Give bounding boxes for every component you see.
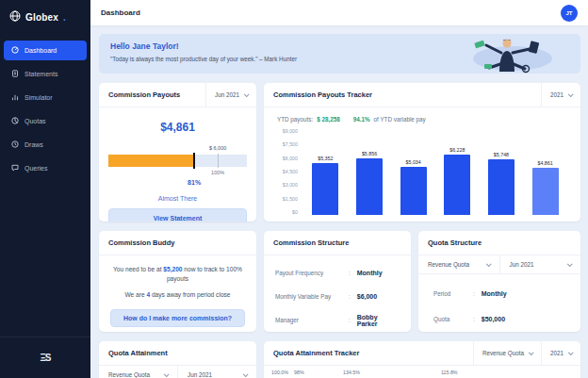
bar [400, 167, 427, 215]
payouts-bar-chart: $9,000$7,500$6,000$4,500$3,000$1,500$0 $… [264, 124, 580, 222]
commission-structure-card: Commission Structure Payout Frequency:Mo… [264, 231, 411, 332]
bar [444, 155, 470, 215]
chevron-down-icon [244, 91, 250, 97]
structure-row: Period:Monthly [433, 281, 565, 306]
sidebar-item-simulator[interactable]: Simulator [4, 88, 87, 107]
ytd-summary: YTD payouts: $ 28,258 94.1% of YTD varia… [264, 107, 580, 124]
period-dropdown[interactable]: Jun 2021 [178, 366, 256, 378]
chevron-down-icon [485, 261, 491, 267]
sidebar: Globex. Dashboard Statements Simulator Q… [0, 0, 90, 378]
card-title: Quota Attainment Tracker [264, 341, 368, 365]
year-dropdown[interactable]: 2021 [541, 83, 580, 107]
y-tick-label: $6,000 [283, 156, 298, 161]
x-tick-label: Jun [541, 215, 549, 222]
quota-type-dropdown[interactable]: Revenue Quota [99, 366, 178, 378]
commission-payouts-card: Commission Payouts Jun 2021 $4,861 $ 6,0… [99, 83, 256, 222]
y-tick-label: $7,500 [283, 141, 298, 147]
banner-illustration [464, 36, 554, 74]
sidebar-item-quotas[interactable]: Quotas [4, 111, 87, 131]
sidebar-item-statements[interactable]: Statements [4, 64, 87, 84]
bar [488, 159, 514, 215]
sidebar-item-label: Queries [24, 165, 48, 172]
ytd-value: $ 28,258 [317, 116, 340, 123]
clipped-percent-label: 98% [294, 370, 304, 375]
target-tick [218, 154, 219, 168]
ytd-pct: 94.1% [353, 116, 370, 123]
quota-type-dropdown[interactable]: Revenue Quota [418, 255, 500, 273]
bar-group: $5,352Jan [305, 128, 345, 222]
chevron-down-icon [568, 91, 574, 97]
gauge-icon [11, 46, 19, 55]
quota-attainment-card: Quota Attainment Revenue Quota Jun 2021 [99, 341, 256, 378]
target-amount: $5,200 [163, 266, 182, 272]
bar-group: $5,034Mar [394, 128, 433, 222]
chevron-down-icon [529, 350, 534, 355]
x-tick-label: May [497, 215, 506, 222]
quota-type-dropdown[interactable]: Revenue Quota [473, 341, 541, 365]
globe-icon [9, 8, 21, 25]
buddy-line2: We are 4 days away from period close [110, 290, 245, 300]
sidebar-item-draws[interactable]: Draws [4, 135, 87, 155]
chart-plot-area: $5,352Jan$5,856Feb$5,034Mar$6,228Apr$5,7… [303, 128, 567, 222]
chevron-down-icon [243, 371, 249, 377]
year-dropdown[interactable]: 2021 [541, 341, 580, 365]
app-logo: Globex. [0, 0, 90, 33]
y-tick-label: $4,500 [283, 169, 298, 174]
ytd-suffix: of YTD variable pay [374, 116, 426, 123]
sidebar-item-dashboard[interactable]: Dashboard [4, 41, 87, 60]
y-tick-label: $3,000 [283, 182, 298, 188]
x-tick-label: Apr [453, 215, 461, 222]
structure-row: Payout Frequency:Monthly [275, 261, 400, 285]
bar-value-label: $5,034 [406, 159, 421, 165]
attained-pct-label: 81% [188, 179, 201, 186]
bar-value-label: $5,748 [494, 152, 509, 157]
card-title: Commission Buddy [99, 231, 184, 255]
sidebar-item-label: Draws [24, 141, 43, 148]
clipped-percent-label: 134.5% [343, 370, 360, 375]
chevron-down-icon [567, 261, 573, 267]
structure-row: Monthly Variable Pay:$6,000 [275, 285, 400, 308]
chevron-down-icon [164, 371, 170, 377]
payout-progress: $ 6,000 100% 81% [108, 143, 247, 187]
avatar[interactable]: JT [561, 5, 578, 22]
y-tick-label: $0 [292, 209, 298, 215]
x-tick-label: Feb [365, 215, 373, 222]
period-dropdown[interactable]: Jun 2021 [500, 255, 581, 273]
y-tick-label: $9,000 [283, 128, 298, 134]
sidebar-item-label: Dashboard [24, 47, 57, 54]
sidebar-item-label: Simulator [24, 94, 53, 101]
buddy-line1: You need to be at $5,200 now to track to… [110, 265, 245, 284]
bar [356, 158, 383, 215]
status-text: Almost There [108, 195, 247, 202]
page-title: Dashboard [101, 8, 140, 17]
bar-group: $5,748May [482, 128, 521, 222]
card-title: Commission Structure [264, 231, 358, 255]
bar-chart-icon [11, 93, 19, 102]
quota-structure-card: Quota Structure Revenue Quota Jun 2021 P… [418, 231, 580, 332]
sidebar-item-queries[interactable]: Queries [4, 158, 87, 178]
bar-group: $4,861Jun [526, 128, 565, 222]
main-content: Hello Jane Taylor! "Today is always the … [90, 25, 588, 378]
x-tick-label: Mar [409, 215, 417, 222]
chat-icon [11, 164, 19, 173]
card-title: Quota Attainment [99, 341, 177, 365]
structure-row: Manager:Bobby Parker [275, 308, 400, 332]
chevron-down-icon [568, 350, 574, 355]
ytd-label: YTD payouts: [277, 116, 313, 123]
sidebar-item-label: Quotas [24, 118, 46, 124]
commission-payouts-tracker-card: Commission Payouts Tracker 2021 YTD payo… [264, 83, 580, 222]
more-commission-button[interactable]: How do I make more commission? [110, 309, 245, 327]
bar [312, 163, 338, 215]
sidebar-item-label: Statements [24, 71, 57, 77]
structure-row: Quota:$50,000 [433, 306, 565, 332]
top-bar: Dashboard JT [90, 0, 588, 25]
view-statement-button[interactable]: View Statement [108, 208, 247, 222]
clipped-percent-label: 100.0% [271, 370, 288, 375]
clipped-percent-label: 115.8% [441, 370, 458, 375]
sidebar-footer: ΞS [0, 337, 90, 378]
bar-value-label: $5,856 [362, 151, 377, 156]
quota-attainment-tracker-card: Quota Attainment Tracker Revenue Quota 2… [264, 341, 580, 378]
bar-value-label: $6,228 [449, 147, 465, 153]
period-dropdown[interactable]: Jun 2021 [205, 83, 256, 107]
payout-amount: $4,861 [108, 121, 247, 134]
